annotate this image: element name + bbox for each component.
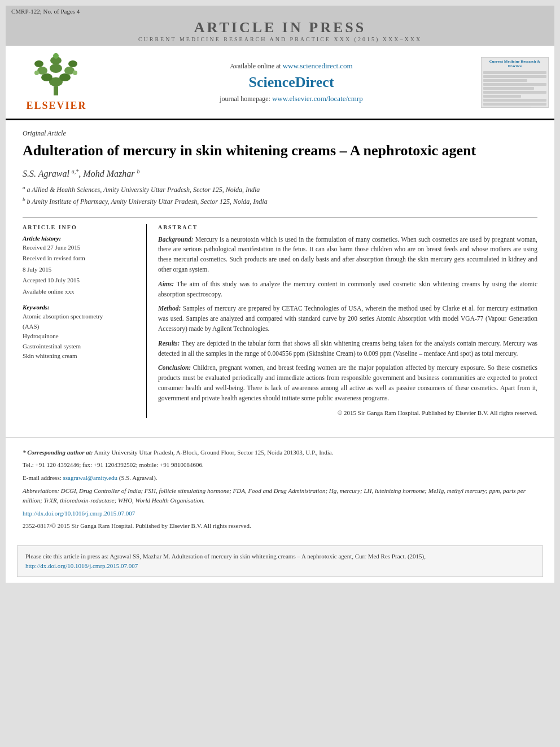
article-info-heading: ARTICLE INFO — [23, 224, 138, 230]
abbrev-text: DCGI, Drug Controller of India; FSH, fol… — [23, 487, 526, 504]
results-label: Results: — [158, 340, 180, 347]
keywords-section: Keywords: Atomic absorption spectrometry… — [23, 304, 138, 361]
journal-homepage: journal homepage: www.elsevier.com/locat… — [220, 94, 363, 103]
svg-point-7 — [34, 60, 43, 67]
abstract-background: Background: Mercury is a neurotoxin whic… — [158, 235, 537, 275]
doi-link[interactable]: http://dx.doi.org/10.1016/j.cmrp.2015.07… — [23, 510, 135, 517]
svg-point-5 — [50, 64, 62, 73]
issn-line: 2352-0817/© 2015 Sir Ganga Ram Hospital.… — [23, 521, 537, 531]
keyword-1: Atomic absorption spectrometry — [23, 312, 138, 322]
article-in-press-header: ARTICLE IN PRESS CURRENT MEDICINE RESEAR… — [6, 17, 554, 46]
accepted-date: Accepted 10 July 2015 — [23, 276, 138, 285]
journal-logo-right: Current Medicine Research & Practice — [475, 50, 554, 114]
svg-rect-0 — [54, 86, 58, 95]
article-in-press-title: ARTICLE IN PRESS — [6, 19, 554, 36]
journal-header: ELSEVIER Available online at www.science… — [6, 46, 554, 120]
authors-line: S.S. Agrawal a,*, Mohd Mazhar b — [23, 168, 537, 179]
abstract-conclusion: Conclusion: Children, pregnant women, an… — [158, 363, 537, 403]
journal-center: Available online at www.sciencedirect.co… — [107, 50, 475, 114]
svg-point-12 — [53, 53, 59, 59]
abstract-results: Results: They are depicted in the tabula… — [158, 339, 537, 359]
journal-homepage-url[interactable]: www.elsevier.com/locate/cmrp — [272, 94, 363, 103]
conclusion-label: Conclusion: — [158, 364, 191, 371]
citation-prefix: Please cite this article in press as: Ag… — [25, 553, 426, 560]
revised-label: Received in revised form — [23, 254, 138, 263]
affiliations: a a Allied & Health Sciences, Amity Univ… — [23, 184, 537, 207]
svg-point-10 — [34, 71, 39, 75]
article-title: Adulteration of mercury in skin whitenin… — [23, 141, 537, 160]
sciencedirect-url[interactable]: www.sciencedirect.com — [283, 62, 353, 70]
svg-point-2 — [41, 73, 53, 81]
available-online-text: Available online at www.sciencedirect.co… — [230, 62, 352, 71]
two-col-section: ARTICLE INFO Article history: Received 2… — [23, 217, 537, 418]
keyword-5: Skin whitening cream — [23, 351, 138, 361]
background-label: Background: — [158, 236, 194, 243]
keyword-2: (AAS) — [23, 322, 138, 332]
keywords-label: Keywords: — [23, 304, 138, 311]
journal-cover-thumbnail: Current Medicine Research & Practice — [481, 57, 549, 108]
conclusion-text: Children, pregnant women, and breast fee… — [158, 364, 537, 401]
document-id: CMRP-122; No. of Pages 4 — [11, 8, 80, 15]
footer-section: * Corresponding author at: Amity Univers… — [6, 448, 554, 540]
tel-line: Tel.: +91 120 4392446; fax: +91 12043925… — [23, 460, 537, 470]
elsevier-logo: ELSEVIER — [6, 50, 107, 114]
journal-cover-title: Current Medicine Research & Practice — [483, 59, 546, 69]
sciencedirect-brand: ScienceDirect — [248, 74, 334, 91]
keyword-3: Hydroquinone — [23, 331, 138, 342]
method-label: Method: — [158, 305, 181, 312]
journal-subtitle: CURRENT MEDICINE RESEARCH AND PRACTICE X… — [6, 36, 554, 42]
abstract-method: Method: Samples of mercury are prepared … — [158, 304, 537, 334]
article-type-label: Original Article — [23, 129, 537, 138]
elsevier-brand: ELSEVIER — [26, 100, 86, 112]
top-banner: CMRP-122; No. of Pages 4 — [6, 6, 554, 17]
svg-point-9 — [68, 60, 77, 67]
elsevier-tree-icon — [25, 53, 88, 98]
citation-box: Please cite this article in press as: Ag… — [17, 545, 543, 577]
revised-date: 8 July 2015 — [23, 265, 138, 274]
article-info-col: ARTICLE INFO Article history: Received 2… — [23, 224, 147, 418]
abstract-heading: ABSTRACT — [158, 224, 537, 230]
email-name: (S.S. Agrawal). — [119, 474, 158, 481]
corresponding-star: * Corresponding author at: — [23, 449, 93, 456]
citation-doi-link[interactable]: http://dx.doi.org/10.1016/j.cmrp.2015.07… — [25, 562, 138, 569]
abbrev-label: Abbreviations: — [23, 487, 59, 494]
available-online: Available online xxx — [23, 287, 138, 296]
corresponding-author-line: * Corresponding author at: Amity Univers… — [23, 448, 537, 458]
email-link[interactable]: ssagrawal@amity.edu — [63, 474, 117, 481]
aims-text: The aim of this study was to analyze the… — [158, 281, 537, 298]
abbreviations-line: Abbreviations: DCGI, Drug Controller of … — [23, 486, 537, 506]
method-text: Samples of mercury are prepared by CETAC… — [158, 305, 537, 332]
email-line: E-mail address: ssagrawal@amity.edu (S.S… — [23, 473, 537, 483]
background-text: Mercury is a neurotoxin which is used in… — [158, 236, 537, 273]
svg-point-11 — [73, 71, 77, 75]
history-label: Article history: — [23, 235, 138, 242]
abstract-aims: Aims: The aim of this study was to analy… — [158, 279, 537, 300]
received-date: Received 27 June 2015 — [23, 243, 138, 252]
abstract-text: Background: Mercury is a neurotoxin whic… — [158, 235, 537, 418]
aims-label: Aims: — [158, 281, 174, 287]
email-prefix: E-mail address: — [23, 474, 62, 481]
corresponding-address: Amity University Uttar Pradesh, A-Block,… — [94, 449, 334, 456]
doi-line: http://dx.doi.org/10.1016/j.cmrp.2015.07… — [23, 509, 537, 519]
abstract-col: ABSTRACT Background: Mercury is a neurot… — [158, 224, 537, 418]
results-text: They are depicted in the tabular form th… — [158, 340, 537, 357]
svg-point-3 — [59, 73, 71, 81]
journal-cover-lines — [483, 70, 546, 107]
main-content: Original Article Adulteration of mercury… — [6, 120, 554, 427]
abstract-copyright: © 2015 Sir Ganga Ram Hospital. Published… — [158, 408, 537, 418]
section-divider — [6, 437, 554, 438]
keyword-4: Gastrointestinal system — [23, 342, 138, 352]
